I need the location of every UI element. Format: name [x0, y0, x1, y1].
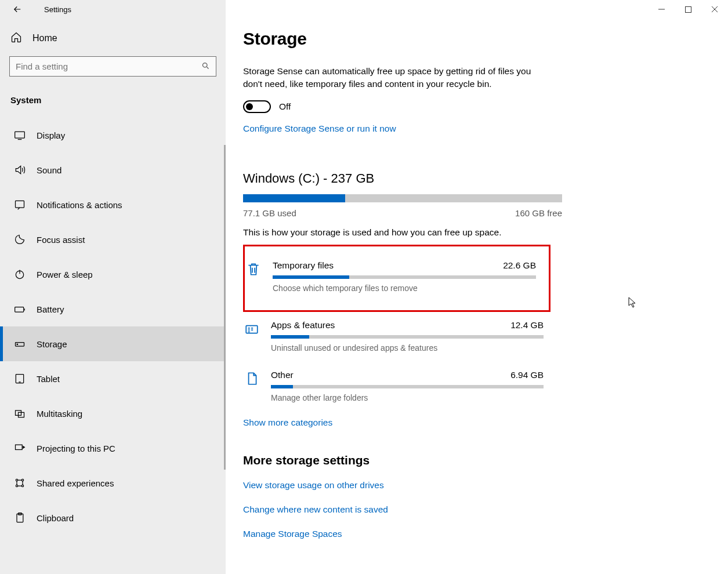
apps-icon	[243, 320, 260, 337]
sidebar-item-label: Notifications & actions	[37, 200, 122, 210]
section-header: System	[0, 77, 226, 113]
power-icon	[13, 268, 26, 281]
disk-used-label: 77.1 GB used	[243, 208, 296, 218]
view-storage-other-drives-link[interactable]: View storage usage on other drives	[243, 480, 550, 491]
sidebar-item-power-sleep[interactable]: Power & sleep	[0, 257, 226, 292]
category-name: Apps & features	[271, 320, 335, 330]
minimize-button[interactable]	[648, 0, 675, 19]
projecting-icon	[13, 442, 26, 455]
svg-point-11	[16, 479, 17, 481]
sidebar-item-shared-experiences[interactable]: Shared experiences	[0, 466, 226, 500]
category-other[interactable]: Other 6.94 GB Manage other large folders	[243, 362, 550, 412]
sidebar-item-notifications[interactable]: Notifications & actions	[0, 187, 226, 222]
svg-point-12	[21, 479, 23, 481]
sidebar-item-display[interactable]: Display	[0, 118, 226, 152]
category-bar	[271, 335, 544, 339]
home-label: Home	[32, 33, 57, 43]
configure-storage-sense-link[interactable]: Configure Storage Sense or run it now	[243, 123, 396, 134]
category-size: 6.94 GB	[510, 370, 544, 380]
toggle-knob	[246, 103, 253, 110]
svg-point-14	[21, 485, 23, 486]
sidebar-item-focus-assist[interactable]: Focus assist	[0, 222, 226, 257]
svg-point-6	[17, 344, 18, 345]
svg-rect-2	[16, 201, 24, 208]
clipboard-icon	[13, 511, 26, 524]
battery-icon	[13, 303, 26, 315]
svg-rect-18	[246, 326, 258, 333]
svg-rect-4	[15, 307, 24, 312]
sidebar-item-label: Battery	[37, 304, 64, 314]
disk-title: Windows (C:) - 237 GB	[243, 171, 550, 186]
sidebar-item-battery[interactable]: Battery	[0, 292, 226, 326]
close-button[interactable]	[701, 0, 728, 19]
search-icon	[201, 61, 210, 72]
sidebar-item-label: Storage	[37, 339, 67, 349]
sidebar-item-label: Clipboard	[37, 513, 74, 523]
category-apps-features[interactable]: Apps & features 12.4 GB Uninstall unused…	[243, 312, 550, 362]
disk-usage-description: This is how your storage is used and how…	[243, 227, 550, 238]
disk-usage-bar	[243, 194, 562, 202]
sidebar-item-projecting[interactable]: Projecting to this PC	[0, 431, 226, 466]
category-temporary-files[interactable]: Temporary files 22.6 GB Choose which tem…	[245, 252, 543, 302]
more-storage-heading: More storage settings	[243, 453, 550, 467]
svg-rect-10	[16, 445, 23, 449]
page-title: Storage	[243, 29, 550, 49]
category-bar	[273, 275, 536, 279]
svg-rect-1	[15, 132, 25, 138]
sidebar-item-tablet[interactable]: Tablet	[0, 361, 226, 396]
storage-sense-toggle[interactable]	[243, 100, 271, 113]
disk-fill	[243, 194, 345, 202]
maximize-button[interactable]	[675, 0, 701, 19]
change-save-location-link[interactable]: Change where new content is saved	[243, 504, 550, 515]
home-icon	[10, 31, 22, 45]
sidebar-item-label: Sound	[37, 165, 61, 175]
search-box[interactable]	[9, 56, 216, 77]
svg-point-0	[203, 63, 208, 67]
notifications-icon	[13, 198, 26, 211]
toggle-label: Off	[279, 101, 291, 112]
category-desc: Uninstall unused or undesired apps & fea…	[271, 343, 544, 353]
sidebar-item-label: Display	[37, 130, 65, 140]
show-more-categories-link[interactable]: Show more categories	[243, 417, 332, 428]
display-icon	[13, 129, 26, 141]
svg-point-13	[16, 485, 17, 486]
sidebar-item-label: Power & sleep	[37, 270, 93, 279]
storage-icon	[13, 337, 26, 350]
multitasking-icon	[13, 407, 26, 420]
sidebar-item-label: Shared experiences	[37, 478, 114, 488]
home-button[interactable]: Home	[0, 19, 226, 55]
manage-storage-spaces-link[interactable]: Manage Storage Spaces	[243, 529, 550, 539]
mouse-cursor-icon	[628, 297, 638, 308]
tablet-icon	[13, 372, 26, 385]
sidebar-item-label: Projecting to this PC	[37, 444, 115, 453]
highlighted-category: Temporary files 22.6 GB Choose which tem…	[243, 245, 550, 312]
svg-rect-17	[685, 6, 691, 12]
trash-icon	[245, 260, 262, 278]
sound-icon	[13, 164, 26, 176]
sidebar-item-label: Focus assist	[37, 235, 85, 245]
disk-free-label: 160 GB free	[515, 208, 562, 218]
sidebar-item-multitasking[interactable]: Multitasking	[0, 396, 226, 431]
search-input[interactable]	[16, 61, 201, 71]
moon-icon	[13, 233, 26, 246]
sidebar-item-storage[interactable]: Storage	[0, 326, 226, 361]
category-size: 12.4 GB	[510, 320, 544, 330]
sidebar-item-sound[interactable]: Sound	[0, 152, 226, 187]
category-size: 22.6 GB	[503, 260, 536, 271]
category-name: Other	[271, 370, 294, 380]
category-name: Temporary files	[273, 260, 334, 271]
window-title: Settings	[29, 5, 71, 14]
document-icon	[243, 370, 260, 387]
category-bar	[271, 385, 544, 388]
category-desc: Choose which temporary files to remove	[273, 284, 536, 293]
sidebar-item-clipboard[interactable]: Clipboard	[0, 500, 226, 535]
storage-sense-description: Storage Sense can automatically free up …	[243, 65, 550, 90]
shared-icon	[13, 477, 26, 489]
category-desc: Manage other large folders	[271, 393, 544, 402]
sidebar-item-label: Tablet	[37, 374, 60, 384]
back-button[interactable]	[6, 2, 29, 17]
sidebar-item-label: Multitasking	[37, 409, 82, 419]
